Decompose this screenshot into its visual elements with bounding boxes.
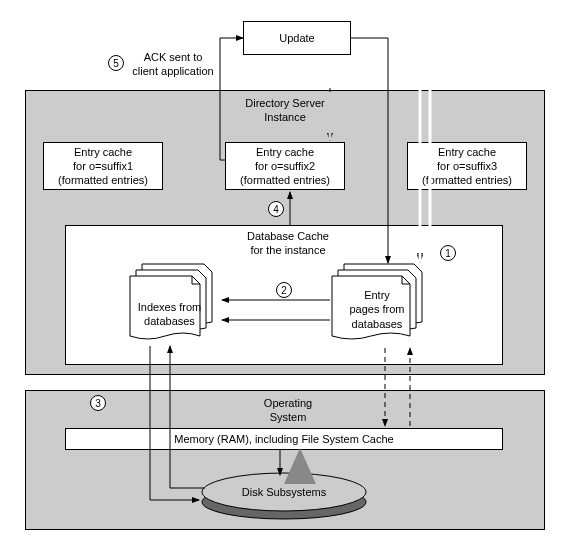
indexes-label: Indexes from databases <box>132 300 207 329</box>
disk-label: Disk Subsystems <box>199 485 369 499</box>
disk-text: Disk Subsystems <box>242 486 326 498</box>
step-1: 1 <box>440 245 456 261</box>
step-5-num: 5 <box>113 58 119 69</box>
dbcache-l1: Database Cache <box>247 230 329 242</box>
ec2-l2: for o=suffix2 <box>255 159 315 173</box>
os-l2: System <box>270 411 307 423</box>
ec3-l1: Entry cache <box>438 145 496 159</box>
ram-box: Memory (RAM), including File System Cach… <box>65 428 503 450</box>
ec2-l3: (formatted entries) <box>240 173 330 187</box>
ram-label: Memory (RAM), including File System Cach… <box>174 432 393 446</box>
step-4: 4 <box>268 201 284 217</box>
entrypages-label: Entry pages from databases <box>342 288 412 331</box>
ep-l1: Entry <box>364 289 390 301</box>
dbcache-l2: for the instance <box>250 244 325 256</box>
idx-l2: databases <box>144 315 195 327</box>
ack-text: ACK sent to client application <box>128 50 218 79</box>
entry-cache-2: Entry cache for o=suffix2 (formatted ent… <box>225 142 345 190</box>
step-3: 3 <box>90 395 106 411</box>
step-1-num: 1 <box>445 248 451 259</box>
os-l1: Operating <box>264 397 312 409</box>
ack-line1: ACK sent to <box>144 51 203 63</box>
ec3-l3: (formatted entries) <box>422 173 512 187</box>
step-2: 2 <box>276 282 292 298</box>
ec1-l1: Entry cache <box>74 145 132 159</box>
ec1-l3: (formatted entries) <box>58 173 148 187</box>
ep-l2: pages from <box>349 303 404 315</box>
db-cache-title: Database Cache for the instance <box>238 229 338 258</box>
update-label: Update <box>279 31 314 45</box>
entry-cache-1: Entry cache for o=suffix1 (formatted ent… <box>43 142 163 190</box>
ec3-l2: for o=suffix3 <box>437 159 497 173</box>
ep-l3: databases <box>352 318 403 330</box>
dsi-title-l1: Directory Server <box>245 97 324 109</box>
step-3-num: 3 <box>95 398 101 409</box>
idx-l1: Indexes from <box>138 301 202 313</box>
dsi-title: Directory Server Instance <box>230 96 340 125</box>
step-2-num: 2 <box>281 285 287 296</box>
ec2-l1: Entry cache <box>256 145 314 159</box>
ack-line2: client application <box>132 65 213 77</box>
update-box: Update <box>243 21 351 55</box>
dsi-title-l2: Instance <box>264 111 306 123</box>
step-4-num: 4 <box>273 204 279 215</box>
step-5: 5 <box>108 55 124 71</box>
ec1-l2: for o=suffix1 <box>73 159 133 173</box>
os-title: Operating System <box>253 396 323 425</box>
entry-cache-3: Entry cache for o=suffix3 (formatted ent… <box>407 142 527 190</box>
